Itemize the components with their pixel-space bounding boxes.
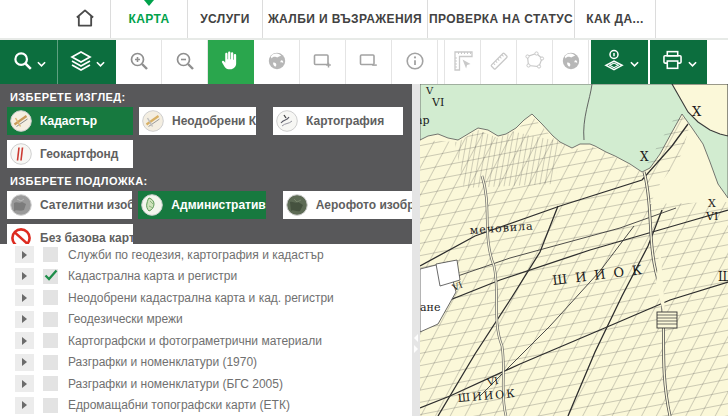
- tab-map[interactable]: КАРТА: [111, 0, 188, 38]
- view-options-row-1: Кадастър Неодобрени КККР Картография: [7, 107, 412, 135]
- expand-right-arrow-icon: [414, 345, 418, 353]
- layer-checkbox[interactable]: [43, 290, 58, 305]
- info-button[interactable]: [392, 40, 438, 84]
- measure-scale-button[interactable]: [445, 40, 481, 84]
- basemap-options-row-1: Сателитни изоб... Административ... Аероф…: [7, 191, 412, 219]
- globe-2-button[interactable]: [553, 40, 589, 84]
- home-icon: [72, 5, 98, 34]
- tree-row-label: Картографски и фотограметрични материали: [68, 334, 322, 348]
- view-option-geokartfond[interactable]: Геокартфонд: [7, 140, 133, 168]
- map-canvas[interactable]: V VI ар X X X VI мечовила ШИИОК Ш зане V…: [420, 84, 728, 416]
- collapse-left-arrow-icon: [414, 334, 418, 342]
- extent-plus-icon: [311, 49, 335, 76]
- tree-row-label: Служби по геодезия, картография и кадаст…: [68, 248, 324, 262]
- tree-row-label: Кадастрална карта и регистри: [68, 269, 237, 283]
- map-label: Ш: [718, 270, 728, 284]
- expand-arrow-icon[interactable]: [15, 246, 34, 263]
- layer-checkbox[interactable]: [43, 333, 58, 348]
- cadastral-map: V VI ар X X X VI мечовила ШИИОК Ш зане V…: [420, 84, 728, 416]
- option-label: Кадастър: [40, 114, 97, 128]
- view-option-cartography[interactable]: Картография: [273, 107, 403, 135]
- search-tool-button[interactable]: [0, 40, 58, 84]
- panel-collapse-handle[interactable]: [412, 84, 420, 416]
- layer-checkbox[interactable]: [43, 247, 58, 262]
- view-option-unapproved-kkkr[interactable]: Неодобрени КККР: [139, 107, 256, 135]
- expand-arrow-icon[interactable]: [15, 311, 34, 328]
- layer-checkbox[interactable]: [43, 312, 58, 327]
- tree-row-label: Едромащабни топографски карти (ЕТК): [68, 398, 290, 412]
- tab-label: КАК ДА...: [586, 12, 643, 26]
- option-label: Без базова карта: [40, 231, 133, 244]
- tab-label: УСЛУГИ: [200, 12, 250, 26]
- legend-button[interactable]: [591, 40, 648, 84]
- tree-row-topographic-maps: Едромащабни топографски карти (ЕТК): [0, 395, 412, 416]
- active-tab-caret-icon: [144, 0, 154, 6]
- extent-minus-icon: [357, 49, 381, 76]
- option-label: Геокартфонд: [40, 147, 118, 161]
- map-label: VI: [431, 96, 444, 109]
- basemap-option-administrative[interactable]: Административ...: [138, 191, 265, 219]
- basemap-option-satellite[interactable]: Сателитни изоб...: [7, 191, 132, 219]
- expand-arrow-icon[interactable]: [15, 354, 34, 371]
- map-label: X: [640, 150, 649, 164]
- measure-polygon-icon: [523, 49, 547, 76]
- check-icon: [44, 267, 58, 285]
- zoom-in-button[interactable]: [116, 40, 162, 84]
- tree-row-cadastral-map: Кадастрална карта и регистри: [0, 266, 412, 288]
- expand-arrow-icon[interactable]: [15, 268, 34, 285]
- content-row: ИЗБЕРЕТЕ ИЗГЛЕД: Кадастър Неодобрени ККК…: [0, 84, 728, 416]
- layer-checkbox[interactable]: [43, 376, 58, 391]
- chevron-down-icon: [630, 55, 639, 70]
- expand-arrow-icon[interactable]: [15, 375, 34, 392]
- measure-polygon-button[interactable]: [517, 40, 553, 84]
- tab-services[interactable]: УСЛУГИ: [188, 0, 263, 38]
- left-panel: ИЗБЕРЕТЕ ИЗГЛЕД: Кадастър Неодобрени ККК…: [0, 84, 412, 416]
- tab-complaints[interactable]: ЖАЛБИ И ВЪЗРАЖЕНИЯ: [263, 0, 428, 38]
- layer-checkbox-checked[interactable]: [43, 269, 58, 284]
- measure-scale-icon: [451, 49, 475, 76]
- tree-row-label: Геодезически мрежи: [68, 312, 183, 326]
- tree-row-label: Неодобрени кадастрална карта и кад. реги…: [68, 291, 334, 305]
- expand-arrow-icon[interactable]: [15, 332, 34, 349]
- extent-plus-button[interactable]: [300, 40, 346, 84]
- view-section-title: ИЗБЕРЕТЕ ИЗГЛЕД:: [10, 91, 412, 103]
- extent-minus-button[interactable]: [346, 40, 392, 84]
- satellite-imagery-icon: [10, 194, 32, 216]
- basemap-option-aerophoto[interactable]: Аерофото изобр...: [283, 191, 412, 219]
- chevron-down-icon: [37, 55, 46, 70]
- globe-icon: [265, 49, 289, 76]
- globe-2-icon: [559, 49, 583, 76]
- globe-button[interactable]: [254, 40, 300, 84]
- kais-map-app: КАРТА УСЛУГИ ЖАЛБИ И ВЪЗРАЖЕНИЯ ПРОВЕРКА…: [0, 0, 728, 416]
- basemap-option-none[interactable]: Без базова карта: [7, 224, 133, 244]
- expand-arrow-icon[interactable]: [15, 397, 34, 414]
- cartography-icon: [276, 110, 298, 132]
- tab-how-to[interactable]: КАК ДА...: [575, 0, 656, 38]
- unapproved-kkkr-icon: [142, 110, 164, 132]
- measure-ruler-button[interactable]: [481, 40, 517, 84]
- tree-row-label: Разграфки и номенклатури (1970): [68, 355, 257, 369]
- tab-status-check[interactable]: ПРОВЕРКА НА СТАТУС: [428, 0, 575, 38]
- pan-hand-icon: [219, 49, 242, 75]
- info-icon: [403, 49, 427, 76]
- home-button[interactable]: [60, 0, 111, 38]
- layer-checkbox[interactable]: [43, 355, 58, 370]
- chevron-down-icon: [688, 55, 697, 70]
- tree-row-grids-bgs2005: Разграфки и номенклатури (БГС 2005): [0, 373, 412, 395]
- layer-checkbox[interactable]: [43, 398, 58, 413]
- print-button[interactable]: [650, 40, 707, 84]
- option-label: Неодобрени КККР: [172, 114, 256, 128]
- pan-tool-button[interactable]: [208, 40, 254, 84]
- map-label: X: [692, 104, 702, 119]
- tree-row-cartographic-materials: Картографски и фотограметрични материали: [0, 330, 412, 352]
- zoom-out-button[interactable]: [162, 40, 208, 84]
- view-option-cadastre[interactable]: Кадастър: [7, 107, 133, 135]
- search-icon: [12, 50, 34, 75]
- map-label: X: [708, 197, 716, 210]
- basemap-section-title: ИЗБЕРЕТЕ ПОДЛОЖКА:: [10, 175, 412, 187]
- expand-arrow-icon[interactable]: [15, 289, 34, 306]
- map-options-panel: ИЗБЕРЕТЕ ИЗГЛЕД: Кадастър Неодобрени ККК…: [0, 84, 412, 244]
- map-label: зане: [420, 301, 440, 314]
- option-label: Картография: [306, 114, 384, 128]
- layers-tool-button[interactable]: [58, 40, 116, 84]
